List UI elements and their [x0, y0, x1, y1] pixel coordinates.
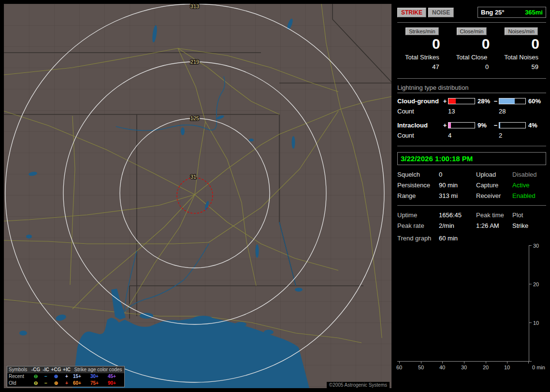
receiver-status: Enabled	[512, 192, 546, 199]
plus-sign: +	[442, 122, 448, 129]
x-tick-20: 20	[480, 364, 491, 370]
legend-age-header: Strike age color codes	[72, 366, 124, 373]
ring-label-313: 313	[190, 4, 199, 9]
rate-buttons: Strikes/min Close/min Noises/min	[397, 28, 546, 35]
bearing-range-value: 365mi	[525, 9, 543, 16]
y-tick-10: 10	[533, 320, 539, 326]
strikes-per-min-value: 0	[397, 35, 447, 53]
receiver-label: Receiver	[476, 192, 512, 199]
cg-plus-pct: 28%	[475, 98, 492, 105]
ring-label-31: 31	[190, 174, 196, 180]
copyright-text: ©2005 Astrogenic Systems	[327, 382, 390, 388]
cg-minus-pct: 60%	[526, 98, 542, 105]
divider	[397, 78, 546, 79]
map-area[interactable]: 313 219 125 31 Symbols -CG -IC +CG +IC S…	[4, 4, 391, 388]
age-45: 45+	[107, 373, 124, 380]
peak-rate-value: 2/min	[439, 222, 476, 229]
persistence-value: 90 min	[439, 182, 476, 189]
cloud-ground-row: Cloud-ground + 28% − 60%	[397, 98, 546, 105]
upload-label: Upload	[476, 171, 512, 178]
close-per-min-value: 0	[447, 35, 497, 53]
noises-per-min-button[interactable]: Noises/min	[505, 28, 537, 35]
age-75: 75+	[89, 380, 107, 387]
peak-time-label: Peak time	[476, 211, 512, 219]
ic-plus-count: 4	[448, 132, 475, 139]
total-close-value: 0	[447, 63, 497, 70]
uptime-label: Uptime	[397, 211, 439, 219]
rate-values: 0 0 0	[397, 35, 546, 53]
ic-plus-pct: 9%	[475, 122, 492, 129]
mode-toolbar: STRIKE NOISE Bng 25° 365mi	[397, 7, 546, 18]
ring-label-219: 219	[190, 59, 199, 65]
trend-window-value: 60 min	[439, 235, 546, 242]
strikes-per-min-button[interactable]: Strikes/min	[405, 28, 438, 35]
close-per-min-button[interactable]: Close/min	[457, 28, 487, 35]
bearing-display: Bng 25° 365mi	[478, 7, 546, 18]
ic-plus-bar	[448, 122, 475, 128]
legend-col-neg-cg: -CG	[30, 366, 41, 373]
x-tick-10: 10	[502, 364, 512, 370]
total-values: 47 0 59	[397, 61, 546, 70]
trend-graph: 30 20 10 60 50 40 30 20 10 0 min	[397, 244, 546, 372]
count-label: Count	[397, 108, 442, 115]
x-tick-40: 40	[437, 364, 448, 370]
cloud-ground-label: Cloud-ground	[397, 98, 442, 105]
peak-time-value: 1:26 AM	[476, 222, 512, 229]
trend-plot-area	[397, 245, 529, 362]
legend-old-row: Old ⊖ − ⊕ + 60+ 75+ 90+	[7, 380, 124, 387]
range-label: Range	[397, 192, 439, 199]
map-svg: 313 219 125 31	[4, 4, 391, 388]
legend-col-neg-ic: -IC	[41, 366, 51, 373]
ic-minus-count: 2	[499, 132, 526, 139]
y-tick-30: 30	[533, 243, 539, 249]
intracloud-count-row: Count 4 2	[397, 132, 546, 139]
ic-minus-pct: 4%	[526, 122, 542, 129]
app-window: 313 219 125 31 Symbols -CG -IC +CG +IC S…	[0, 0, 550, 392]
minus-sign: −	[492, 98, 499, 105]
upload-status: Disabled	[512, 171, 546, 178]
squelch-value: 0	[439, 171, 476, 178]
cg-plus-bar	[448, 98, 475, 104]
settings-grid: Squelch 0 Upload Disabled Persistence 90…	[397, 171, 546, 199]
count-label: Count	[397, 132, 442, 139]
plus-sign: +	[442, 98, 448, 105]
neg-cg-old-icon: ⊖	[30, 380, 41, 387]
origin-label: 0 min	[532, 364, 545, 370]
age-60: 60+	[72, 380, 89, 387]
neg-ic-old-icon: −	[41, 380, 51, 387]
uptime-value: 1656:45	[439, 211, 476, 219]
capture-status: Active	[512, 182, 546, 189]
pos-cg-recent-icon: ⊕	[51, 373, 61, 380]
cg-minus-bar	[499, 98, 526, 104]
legend-col-pos-ic: +IC	[61, 366, 72, 373]
peak-rate-label: Peak rate	[397, 222, 439, 229]
cloud-ground-count-row: Count 13 28	[397, 108, 546, 115]
intracloud-label: Intracloud	[397, 122, 442, 129]
persistence-label: Persistence	[397, 182, 439, 189]
cg-minus-count: 28	[499, 108, 526, 115]
age-30: 30+	[89, 373, 107, 380]
neg-ic-recent-icon: −	[41, 373, 51, 380]
x-tick-50: 50	[416, 364, 426, 370]
x-tick-30: 30	[459, 364, 469, 370]
noise-button[interactable]: NOISE	[428, 8, 454, 17]
divider	[397, 146, 546, 146]
intracloud-row: Intracloud + 9% − 4%	[397, 122, 546, 129]
divider	[397, 22, 546, 23]
distribution-title: Lightning type distribution	[397, 84, 546, 93]
legend-symbols-header: Symbols	[7, 366, 30, 373]
ic-minus-bar	[499, 122, 526, 128]
map-legend: Symbols -CG -IC +CG +IC Strike age color…	[7, 366, 125, 387]
neg-cg-recent-icon: ⊖	[30, 373, 41, 380]
minus-sign: −	[492, 122, 499, 129]
total-noises-label: Total Noises	[496, 54, 546, 61]
age-15: 15+	[72, 373, 89, 380]
strike-button[interactable]: STRIKE	[397, 8, 426, 17]
total-noises-value: 59	[496, 63, 546, 70]
plot-value: Strike	[512, 222, 546, 229]
bearing-value: Bng 25°	[481, 9, 505, 16]
legend-old-label: Old	[7, 380, 30, 387]
y-tick-20: 20	[533, 281, 539, 287]
trend-graph-header: Trend graph 60 min	[397, 235, 546, 242]
legend-col-pos-cg: +CG	[51, 366, 61, 373]
